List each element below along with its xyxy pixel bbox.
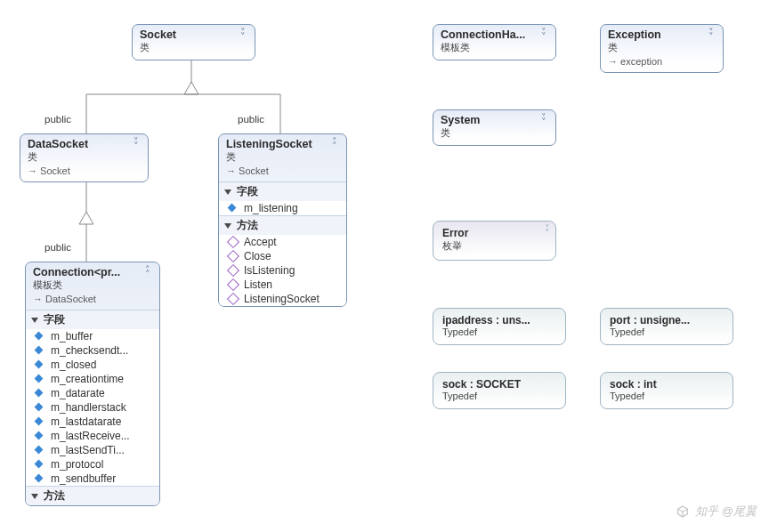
- class-stereotype: 类: [226, 150, 339, 164]
- chevron-up-icon[interactable]: ˄˄: [142, 267, 154, 278]
- class-exception[interactable]: Exception 类 → exception ˅˅: [600, 24, 724, 73]
- typedef-title: sock : SOCKET: [442, 378, 556, 391]
- field-item[interactable]: m_creationtime: [26, 372, 159, 386]
- typedef-sub: Typedef: [610, 326, 724, 337]
- field-item[interactable]: m_buffer: [26, 329, 159, 343]
- field-item[interactable]: m_closed: [26, 358, 159, 372]
- typedef-title: sock : int: [610, 378, 724, 391]
- typedef-sub: Typedef: [610, 391, 724, 401]
- typedef-title: port : unsigne...: [610, 314, 724, 326]
- method-item[interactable]: ListeningSocket: [219, 292, 346, 306]
- chevron-down-icon[interactable]: ˅˅: [538, 115, 550, 125]
- class-inherits: → DataSocket: [33, 294, 152, 304]
- inheritance-label: public: [45, 114, 71, 125]
- section-methods[interactable]: 方法: [26, 486, 159, 505]
- chevron-down-icon[interactable]: ˅˅: [545, 227, 550, 236]
- method-item[interactable]: IsListening: [219, 263, 346, 278]
- class-title: Socket: [140, 28, 247, 41]
- class-inherits: → Socket: [226, 165, 339, 176]
- chevron-down-icon[interactable]: ˅˅: [237, 29, 249, 40]
- field-icon: [35, 431, 45, 440]
- class-inherits: → Socket: [28, 165, 141, 176]
- class-stereotype: 类: [28, 150, 141, 164]
- method-item[interactable]: Accept: [219, 235, 346, 249]
- field-icon: [35, 474, 45, 483]
- chevron-down-icon[interactable]: ˅˅: [705, 29, 717, 40]
- inheritance-label: public: [45, 242, 71, 253]
- svg-marker-6: [79, 212, 93, 224]
- field-item[interactable]: m_handlerstack: [26, 400, 159, 415]
- class-stereotype: 模板类: [33, 278, 152, 292]
- method-icon: [228, 238, 239, 246]
- chevron-up-icon[interactable]: ˄˄: [328, 139, 341, 149]
- field-item[interactable]: m_datarate: [26, 386, 159, 400]
- method-item[interactable]: Listen: [219, 278, 346, 292]
- section-methods[interactable]: 方法: [219, 215, 346, 235]
- method-icon: [228, 266, 239, 275]
- field-item[interactable]: m_lastReceive...: [26, 429, 159, 443]
- section-fields[interactable]: 字段: [26, 310, 159, 329]
- field-item[interactable]: m_checksendt...: [26, 343, 159, 358]
- class-title: ConnectionHa...: [441, 28, 548, 41]
- field-icon: [35, 389, 45, 398]
- class-datasocket[interactable]: DataSocket 类 → Socket ˅˅: [20, 133, 149, 182]
- typedef-sock-socket[interactable]: sock : SOCKET Typedef: [433, 372, 566, 409]
- class-listeningsocket[interactable]: ListeningSocket 类 → Socket ˄˄ 字段 m_liste…: [218, 133, 347, 307]
- field-item[interactable]: m_lastSendTi...: [26, 443, 159, 457]
- field-icon: [35, 403, 45, 412]
- field-icon: [35, 375, 45, 383]
- section-fields[interactable]: 字段: [219, 181, 346, 201]
- class-title: DataSocket: [28, 138, 141, 150]
- typedef-ipaddress[interactable]: ipaddress : uns... Typedef: [433, 308, 566, 345]
- field-item[interactable]: m_lastdatarate: [26, 415, 159, 429]
- field-icon: [228, 204, 239, 213]
- enum-error[interactable]: Error 枚举 ˅˅: [433, 221, 556, 261]
- class-socket[interactable]: Socket 类 ˅˅: [132, 24, 255, 60]
- typedef-sub: Typedef: [442, 326, 556, 337]
- field-icon: [35, 360, 45, 369]
- enum-title: Error: [442, 227, 546, 239]
- method-icon: [228, 294, 239, 303]
- field-icon: [35, 417, 45, 426]
- field-icon: [35, 460, 45, 469]
- typedef-port[interactable]: port : unsigne... Typedef: [600, 308, 733, 345]
- typedef-sub: Typedef: [442, 391, 556, 401]
- watermark: 知乎 @尾翼: [676, 504, 757, 520]
- inheritance-label: public: [238, 114, 264, 125]
- class-stereotype: 类: [140, 41, 247, 54]
- field-item[interactable]: m_sendbuffer: [26, 472, 159, 486]
- class-stereotype: 模板类: [441, 41, 548, 54]
- zhihu-icon: [676, 504, 690, 519]
- method-icon: [228, 252, 239, 261]
- typedef-title: ipaddress : uns...: [442, 314, 556, 326]
- field-item[interactable]: m_protocol: [26, 457, 159, 472]
- chevron-down-icon[interactable]: ˅˅: [130, 139, 142, 149]
- class-title: System: [441, 114, 548, 126]
- class-stereotype: 类: [441, 126, 548, 140]
- class-connection[interactable]: Connection<pr... 模板类 → DataSocket ˄˄ 字段 …: [25, 262, 160, 506]
- field-icon: [35, 332, 45, 341]
- class-title: ListeningSocket: [226, 138, 339, 150]
- chevron-down-icon[interactable]: ˅˅: [538, 29, 550, 40]
- field-icon: [35, 346, 45, 355]
- method-item[interactable]: Close: [219, 249, 346, 263]
- svg-marker-1: [184, 82, 198, 94]
- field-icon: [35, 446, 45, 455]
- class-connectionhandler[interactable]: ConnectionHa... 模板类 ˅˅: [433, 24, 556, 60]
- class-system[interactable]: System 类 ˅˅: [433, 109, 556, 146]
- class-inherits: → exception: [608, 56, 716, 67]
- enum-stereotype: 枚举: [442, 239, 546, 253]
- class-stereotype: 类: [608, 41, 716, 54]
- class-title: Exception: [608, 28, 716, 41]
- class-title: Connection<pr...: [33, 266, 152, 278]
- typedef-sock-int[interactable]: sock : int Typedef: [600, 372, 733, 409]
- method-icon: [228, 280, 239, 289]
- field-item[interactable]: m_listening: [219, 201, 346, 215]
